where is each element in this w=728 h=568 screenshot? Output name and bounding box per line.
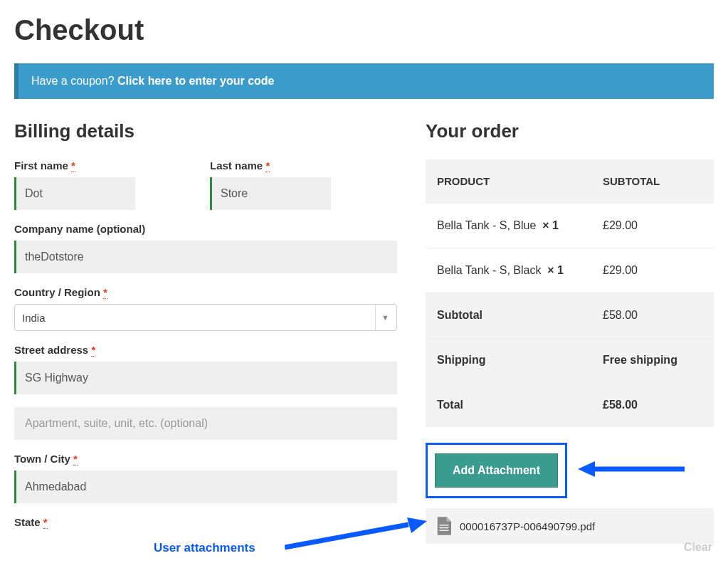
- attachment-highlight-box: Add Attachment: [426, 443, 567, 498]
- order-header-product: PRODUCT: [437, 175, 603, 187]
- order-item-name: Bella Tank - S, Blue: [437, 219, 536, 231]
- annotation-user-attachments: User attachments: [154, 541, 255, 555]
- street-address-field[interactable]: [14, 362, 397, 394]
- billing-column: Billing details First name * Last name *…: [14, 120, 397, 544]
- first-name-label: First name *: [14, 159, 201, 172]
- coupon-banner: Have a coupon? Click here to enter your …: [14, 63, 714, 99]
- country-label: Country / Region *: [14, 286, 397, 298]
- country-value: India: [22, 312, 375, 324]
- order-item-row: Bella Tank - S, Black × 1 £29.00: [426, 248, 714, 293]
- coupon-link[interactable]: Click here to enter your code: [117, 75, 275, 87]
- last-name-label: Last name *: [210, 159, 397, 172]
- required-mark: *: [91, 344, 95, 357]
- clear-button[interactable]: Clear: [684, 541, 712, 554]
- order-item-name: Bella Tank - S, Black: [437, 264, 541, 276]
- shipping-label: Shipping: [437, 354, 603, 367]
- attachment-row: 000016737P-006490799.pdf: [426, 508, 714, 544]
- svg-rect-1: [440, 527, 449, 528]
- street-label: Street address *: [14, 344, 397, 356]
- order-item-price: £29.00: [603, 264, 702, 277]
- order-item-qty: × 1: [542, 219, 559, 231]
- required-mark: *: [265, 159, 270, 172]
- svg-line-5: [285, 525, 408, 547]
- order-item-qty: × 1: [547, 264, 564, 276]
- order-heading: Your order: [426, 120, 714, 142]
- svg-marker-6: [407, 517, 427, 533]
- file-icon: [436, 517, 451, 535]
- add-attachment-button[interactable]: Add Attachment: [435, 453, 558, 488]
- order-header-subtotal: SUBTOTAL: [603, 175, 702, 187]
- required-mark: *: [43, 516, 48, 529]
- total-value: £58.00: [603, 399, 702, 411]
- shipping-value: Free shipping: [603, 354, 702, 367]
- country-select[interactable]: India ▼: [14, 304, 397, 331]
- company-label: Company name (optional): [14, 223, 397, 235]
- last-name-field[interactable]: [210, 177, 331, 210]
- order-item-row: Bella Tank - S, Blue × 1 £29.00: [426, 203, 714, 248]
- svg-marker-4: [578, 461, 595, 477]
- arrow-diagonal-icon: [285, 517, 427, 558]
- arrow-right-icon: [578, 458, 685, 480]
- total-label: Total: [437, 399, 603, 411]
- order-table: PRODUCT SUBTOTAL Bella Tank - S, Blue × …: [426, 159, 714, 427]
- street-address-2-field[interactable]: [14, 407, 397, 440]
- company-field[interactable]: [14, 241, 397, 273]
- svg-rect-2: [440, 530, 449, 531]
- subtotal-value: £58.00: [603, 309, 702, 322]
- subtotal-label: Subtotal: [437, 309, 603, 322]
- required-mark: *: [73, 453, 78, 466]
- page-title: Checkout: [14, 14, 714, 46]
- billing-heading: Billing details: [14, 120, 397, 142]
- order-column: Your order PRODUCT SUBTOTAL Bella Tank -…: [426, 120, 714, 544]
- required-mark: *: [103, 286, 107, 299]
- coupon-prompt: Have a coupon?: [31, 75, 117, 87]
- first-name-field[interactable]: [14, 177, 135, 210]
- svg-rect-0: [440, 525, 449, 525]
- required-mark: *: [71, 159, 75, 172]
- city-label: Town / City *: [14, 453, 397, 465]
- order-item-price: £29.00: [603, 219, 702, 232]
- chevron-down-icon: ▼: [375, 305, 389, 330]
- city-field[interactable]: [14, 470, 397, 503]
- attachment-file-name: 000016737P-006490799.pdf: [460, 520, 595, 532]
